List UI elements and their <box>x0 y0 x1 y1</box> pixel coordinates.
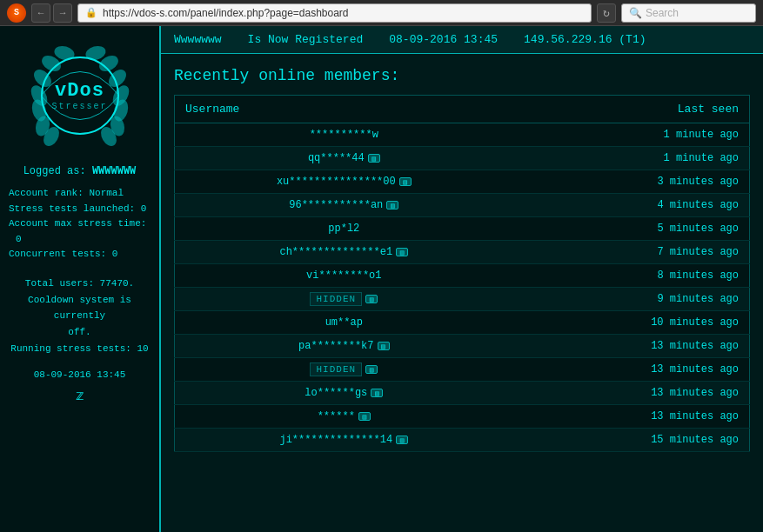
table-row: ******▤13 minutes ago <box>175 405 750 429</box>
back-button[interactable]: ← <box>31 3 50 23</box>
user-icon[interactable]: ▤ <box>368 154 380 163</box>
table-row: ch**************e1▤7 minutes ago <box>175 241 750 264</box>
username-cell: xu***************00▤ <box>175 170 513 194</box>
table-row: xu***************00▤3 minutes ago <box>175 170 750 194</box>
lastseen-cell: 10 minutes ago <box>513 311 750 335</box>
lastseen-cell: 13 minutes ago <box>513 382 750 405</box>
twitter-icon[interactable]: 𝕫 <box>76 387 84 404</box>
stats-info: Total users: 77470. Cooldown system is c… <box>9 276 151 356</box>
notif-timestamp: 08-09-2016 13:45 <box>389 33 498 46</box>
user-icon[interactable]: ▤ <box>365 365 378 374</box>
username-cell: ji**************14▤ <box>175 429 513 452</box>
table-header-row: Username Last seen <box>175 96 750 123</box>
table-row: 96***********an▤4 minutes ago <box>175 194 750 217</box>
username-cell: HIDDEN▤ <box>175 288 513 311</box>
lastseen-cell: 13 minutes ago <box>513 335 750 358</box>
username-cell: **********w <box>175 123 513 147</box>
account-info: Account rank: Normal Stress tests launch… <box>9 186 151 263</box>
hidden-tag: HIDDEN <box>310 292 362 306</box>
table-row: HIDDEN▤13 minutes ago <box>175 358 750 382</box>
table-row: ji**************14▤15 minutes ago <box>175 429 750 452</box>
sidebar: vDos Stresser Logged as: WWWWWWW Account… <box>0 26 161 532</box>
user-icon[interactable]: ▤ <box>386 201 398 209</box>
col-lastseen: Last seen <box>513 96 750 123</box>
lock-icon: 🔒 <box>85 7 97 18</box>
logo-container: vDos Stresser <box>23 39 137 152</box>
search-bar[interactable]: 🔍 Search <box>621 3 756 23</box>
url-text: https://vdos-s.com/panel/index.php?page=… <box>103 7 349 19</box>
username-cell: ch**************e1▤ <box>175 241 513 264</box>
main-layout: vDos Stresser Logged as: WWWWWWW Account… <box>0 26 763 532</box>
username-cell: HIDDEN▤ <box>175 358 513 382</box>
lastseen-cell: 9 minutes ago <box>513 288 750 311</box>
browser-logo: S <box>7 3 26 23</box>
notification-bar: Wwwwwww Is Now Registered 08-09-2016 13:… <box>161 26 763 54</box>
page-content: Recently online members: Username Last s… <box>161 54 763 532</box>
notif-ip: 149.56.229.16 (T1) <box>524 33 646 46</box>
username-cell: qq*****44▤ <box>175 147 513 170</box>
lastseen-cell: 5 minutes ago <box>513 217 750 241</box>
lastseen-cell: 1 minute ago <box>513 147 750 170</box>
user-icon[interactable]: ▤ <box>358 412 371 421</box>
lastseen-cell: 3 minutes ago <box>513 170 750 194</box>
lastseen-cell: 7 minutes ago <box>513 241 750 264</box>
browser-chrome: S ← → 🔒 https://vdos-s.com/panel/index.p… <box>0 0 763 26</box>
lastseen-cell: 8 minutes ago <box>513 264 750 288</box>
search-placeholder: Search <box>646 7 679 19</box>
lastseen-cell: 1 minute ago <box>513 123 750 147</box>
notif-username: Wwwwwww <box>174 33 222 46</box>
table-row: **********w1 minute ago <box>175 123 750 147</box>
table-row: HIDDEN▤9 minutes ago <box>175 288 750 311</box>
forward-button[interactable]: → <box>53 3 72 23</box>
username-cell: pp*l2 <box>175 217 513 241</box>
table-row: vi********o18 minutes ago <box>175 264 750 288</box>
user-icon[interactable]: ▤ <box>378 342 390 350</box>
table-row: um**ap10 minutes ago <box>175 311 750 335</box>
table-row: lo******gs▤13 minutes ago <box>175 382 750 405</box>
user-icon[interactable]: ▤ <box>396 248 408 256</box>
lastseen-cell: 13 minutes ago <box>513 358 750 382</box>
table-row: qq*****44▤1 minute ago <box>175 147 750 170</box>
members-table: Username Last seen **********w1 minute a… <box>174 95 750 452</box>
user-icon[interactable]: ▤ <box>371 389 383 397</box>
username-cell: vi********o1 <box>175 264 513 288</box>
logo-circle: vDos Stresser <box>41 57 119 135</box>
username-cell: pa********k7▤ <box>175 335 513 358</box>
logo-stresser: Stresser <box>51 102 107 111</box>
search-icon: 🔍 <box>629 7 642 19</box>
hidden-tag: HIDDEN <box>310 362 362 376</box>
sidebar-timestamp: 08-09-2016 13:45 <box>34 369 126 380</box>
user-icon[interactable]: ▤ <box>365 295 378 303</box>
user-icon[interactable]: ▤ <box>396 436 408 444</box>
lastseen-cell: 15 minutes ago <box>513 429 750 452</box>
logged-as: Logged as: WWWWWWW <box>23 165 137 177</box>
table-row: pa********k7▤13 minutes ago <box>175 335 750 358</box>
lastseen-cell: 4 minutes ago <box>513 194 750 217</box>
username-cell: lo******gs▤ <box>175 382 513 405</box>
page-title: Recently online members: <box>174 67 750 84</box>
username-cell: 96***********an▤ <box>175 194 513 217</box>
content-area: Wwwwwww Is Now Registered 08-09-2016 13:… <box>161 26 763 532</box>
notif-status: Is Now Registered <box>248 33 364 46</box>
logo-vdos: vDos <box>55 80 104 102</box>
nav-buttons: ← → <box>31 3 72 23</box>
user-icon[interactable]: ▤ <box>399 177 412 186</box>
username-cell: um**ap <box>175 311 513 335</box>
username-cell: ******▤ <box>175 405 513 429</box>
col-username: Username <box>175 96 513 123</box>
table-row: pp*l25 minutes ago <box>175 217 750 241</box>
refresh-button[interactable]: ↻ <box>597 3 616 23</box>
lastseen-cell: 13 minutes ago <box>513 405 750 429</box>
address-bar[interactable]: 🔒 https://vdos-s.com/panel/index.php?pag… <box>77 3 592 23</box>
